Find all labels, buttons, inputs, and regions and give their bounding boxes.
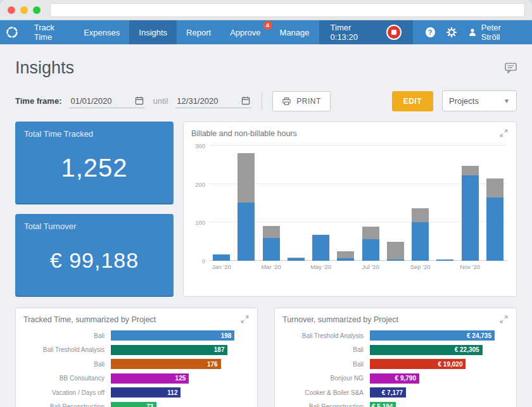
help-icon[interactable]: ? <box>426 27 435 37</box>
project-bar-row: BB Consultancy125 <box>23 373 250 384</box>
y-axis-tick-label: 100 <box>189 219 205 226</box>
window-close-button[interactable] <box>8 6 15 14</box>
bar-track: 125 <box>111 373 250 384</box>
bar-track: € 24,735 <box>370 330 509 341</box>
calendar-icon <box>241 96 250 105</box>
bar-track: 176 <box>111 359 250 369</box>
stacked-bar-mar20 <box>263 226 280 261</box>
stat-value: 1,252 <box>24 139 165 197</box>
project-label: BB Consultancy <box>23 375 111 382</box>
nav-item-insights[interactable]: Insights <box>129 20 177 44</box>
start-date-input[interactable]: 01/01/2020 <box>69 94 145 108</box>
nav-item-expenses[interactable]: Expenses <box>74 20 129 44</box>
timer-stop-button[interactable] <box>386 25 401 40</box>
bar-value-label: € 24,735 <box>467 332 491 339</box>
project-label: Bonjour NG <box>282 375 370 382</box>
project-bar-row: Vacation / Days off112 <box>23 387 250 398</box>
nav-item-approve[interactable]: Approve4 <box>220 20 270 44</box>
bar-value-label: 112 <box>167 389 177 396</box>
project-bar: 112 <box>111 387 180 398</box>
expand-icon[interactable] <box>499 128 509 138</box>
nav-item-label: Expenses <box>84 28 120 37</box>
nav-item-label: Track Time <box>34 23 65 42</box>
chevron-down-icon: ▼ <box>504 97 510 104</box>
project-label: Bali Treshold Analysis <box>23 346 111 353</box>
billable-segment <box>387 260 404 261</box>
panel-header: Billable and non-billable hours <box>184 122 516 142</box>
bars-container <box>209 146 507 261</box>
nav-item-label: Insights <box>139 28 167 37</box>
user-menu[interactable]: Peter Ströll <box>468 23 519 42</box>
start-date-value: 01/01/2020 <box>70 96 111 106</box>
bar-value-label: € 22,305 <box>455 346 479 353</box>
bar-value-label: € 19,020 <box>438 361 463 368</box>
edit-button[interactable]: EDIT <box>392 91 433 111</box>
y-axis-tick-label: 200 <box>189 180 205 187</box>
bar-value-label: € 7,177 <box>382 389 403 396</box>
billable-segment <box>238 203 255 261</box>
printer-icon <box>282 97 291 106</box>
project-bar: € 22,305 <box>370 345 483 355</box>
page-content: Insights Time frame: 01/01/2020 <box>0 44 532 407</box>
bar-value-label: € 9,790 <box>395 375 416 382</box>
billable-segment <box>362 239 379 261</box>
expand-icon[interactable] <box>240 315 250 324</box>
project-bar-row: Bali Reconstruction€ 5,194 <box>282 402 509 407</box>
feedback-icon[interactable] <box>505 63 517 73</box>
filter-row: Time frame: 01/01/2020 until 12/31/2020 <box>15 91 517 111</box>
page-title: Insights <box>15 58 74 78</box>
stat-label: Total Turnover <box>24 222 165 231</box>
browser-chrome <box>0 0 532 20</box>
calendar-icon <box>135 96 144 105</box>
stat-card-total-time-tracked: Total Time Tracked 1,252 <box>15 122 174 204</box>
app-logo-icon[interactable] <box>0 20 25 44</box>
print-button-label: PRINT <box>296 97 321 106</box>
nav-item-report[interactable]: Report <box>177 20 220 44</box>
stop-icon <box>391 30 396 35</box>
project-label: Vacation / Days off <box>23 389 111 396</box>
stacked-bar-feb20 <box>238 153 255 261</box>
nav-item-track-time[interactable]: Track Time <box>25 20 74 44</box>
project-bar-row: Bali€ 19,020 <box>282 359 509 369</box>
bar-track: 112 <box>111 387 250 398</box>
until-label: until <box>153 96 168 106</box>
non-billable-segment <box>486 178 504 197</box>
panel-header: Tracked Time, summarized by Project <box>16 308 257 328</box>
window-zoom-button[interactable] <box>33 6 41 14</box>
x-axis-tick-label <box>337 263 354 270</box>
end-date-input[interactable]: 12/31/2020 <box>175 94 251 108</box>
bar-track: € 19,020 <box>370 359 509 369</box>
stacked-bar-aug20 <box>387 242 404 261</box>
expand-icon[interactable] <box>499 315 509 324</box>
project-bar-row: Bali Treshold Analysis187 <box>23 345 250 355</box>
nav-right-icons: ? Peter Ströll <box>413 20 532 44</box>
non-billable-segment <box>362 227 379 239</box>
panel-title: Billable and non-billable hours <box>191 129 297 138</box>
project-filter-select[interactable]: Projects ▼ <box>442 91 517 111</box>
window-minimize-button[interactable] <box>20 6 28 14</box>
nav-item-label: Manage <box>280 28 310 37</box>
user-name: Peter Ströll <box>481 23 519 42</box>
bar-track: € 22,305 <box>370 345 509 355</box>
print-button[interactable]: PRINT <box>272 91 331 111</box>
non-billable-segment <box>238 153 255 203</box>
settings-gear-icon[interactable] <box>446 27 457 37</box>
stacked-bar-sep20 <box>412 208 429 261</box>
nav-item-manage[interactable]: Manage <box>270 20 319 44</box>
x-axis-tick-label: Jan '20 <box>213 263 230 270</box>
x-axis-tick-label: Jul '20 <box>362 263 379 270</box>
project-bar: € 7,177 <box>370 387 406 398</box>
project-bar: € 19,020 <box>370 359 466 369</box>
app-navbar: Track TimeExpensesInsightsReportApprove4… <box>0 20 532 44</box>
stacked-bar-dec20 <box>486 178 504 261</box>
non-billable-segment <box>412 208 429 222</box>
project-label: Bali <box>282 346 370 353</box>
y-axis-tick-label: 300 <box>189 142 205 149</box>
non-billable-segment <box>462 166 479 176</box>
browser-url-bar[interactable] <box>51 4 524 16</box>
billable-segment <box>312 235 329 261</box>
stacked-bar-apr20 <box>288 258 305 261</box>
x-axis-tick-label: Mar '20 <box>263 263 280 270</box>
stacked-bar-jan20 <box>213 254 230 261</box>
non-billable-segment <box>337 251 354 258</box>
